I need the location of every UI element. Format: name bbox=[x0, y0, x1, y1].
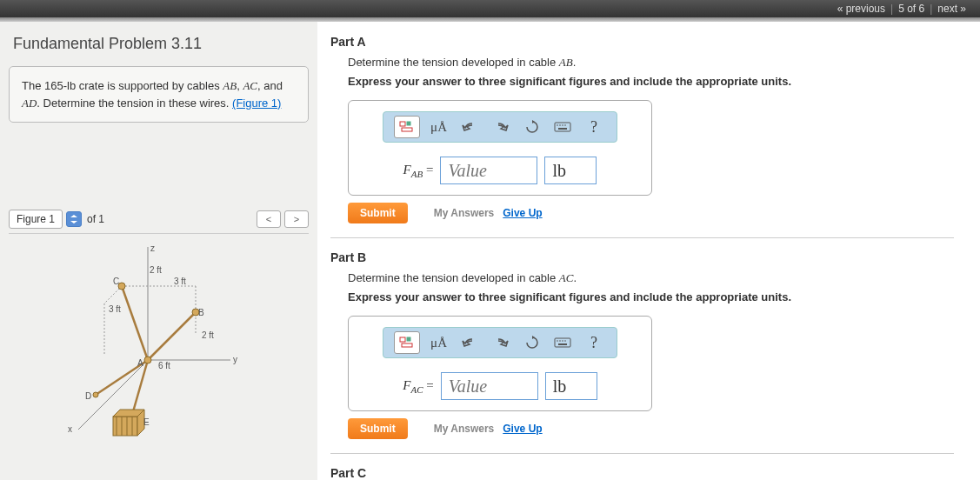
svg-rect-35 bbox=[555, 123, 570, 131]
figure-prev-button[interactable]: < bbox=[257, 210, 281, 228]
part-a-answer-box: μÅ ? FAB = lb bbox=[348, 100, 652, 196]
svg-point-48 bbox=[565, 340, 567, 342]
svg-line-7 bbox=[122, 286, 148, 360]
part-a-submit-button[interactable]: Submit bbox=[348, 203, 408, 223]
problem-text: The 165-lb crate is supported by cables bbox=[22, 79, 223, 92]
axis-y: y bbox=[233, 355, 237, 364]
svg-point-46 bbox=[560, 340, 562, 342]
svg-point-39 bbox=[565, 124, 567, 126]
svg-text:3 ft: 3 ft bbox=[109, 304, 121, 314]
svg-rect-33 bbox=[407, 122, 410, 125]
previous-link[interactable]: « previous bbox=[832, 3, 890, 15]
part-a-value-input[interactable] bbox=[440, 157, 537, 184]
divider bbox=[330, 237, 954, 238]
keyboard-icon[interactable] bbox=[550, 115, 575, 139]
svg-point-36 bbox=[557, 124, 559, 126]
special-chars-button[interactable]: μÅ bbox=[427, 115, 451, 139]
part-b-submit-button[interactable]: Submit bbox=[348, 418, 408, 439]
svg-point-45 bbox=[557, 340, 559, 342]
svg-point-47 bbox=[563, 340, 564, 342]
svg-rect-44 bbox=[555, 338, 570, 347]
part-b-instructions: Express your answer to three significant… bbox=[348, 290, 954, 303]
part-b-toolbar: μÅ ? bbox=[383, 327, 617, 358]
reset-icon[interactable] bbox=[520, 330, 544, 355]
svg-point-37 bbox=[560, 124, 562, 126]
part-b-give-up-link[interactable]: Give Up bbox=[503, 423, 542, 435]
part-b-desc: Determine the tension developed in cable… bbox=[348, 271, 954, 285]
svg-rect-49 bbox=[558, 343, 567, 345]
svg-point-38 bbox=[563, 124, 564, 126]
axis-x: x bbox=[68, 424, 72, 434]
svg-rect-43 bbox=[402, 343, 412, 347]
divider bbox=[330, 453, 954, 454]
part-a-desc: Determine the tension developed in cable… bbox=[348, 56, 954, 70]
part-b-title: Part B bbox=[330, 250, 954, 264]
svg-text:E: E bbox=[143, 417, 150, 427]
redo-icon[interactable] bbox=[489, 115, 513, 139]
position-label: 5 of 6 bbox=[893, 3, 930, 15]
part-a-var-label: FAB = bbox=[403, 163, 434, 179]
parts-panel: Part A Determine the tension developed i… bbox=[317, 22, 980, 480]
svg-point-14 bbox=[93, 392, 98, 397]
top-nav-bar: « previous | 5 of 6 | next » bbox=[0, 0, 980, 17]
svg-text:D: D bbox=[85, 391, 91, 401]
part-a-my-answers-link[interactable]: My Answers bbox=[434, 207, 495, 219]
svg-rect-41 bbox=[400, 337, 405, 342]
svg-rect-32 bbox=[400, 122, 405, 126]
part-a-instructions: Express your answer to three significant… bbox=[348, 75, 954, 88]
help-icon[interactable]: ? bbox=[582, 330, 606, 355]
svg-text:6 ft: 6 ft bbox=[158, 361, 170, 370]
svg-text:3 ft: 3 ft bbox=[174, 277, 186, 286]
axis-z: z bbox=[150, 243, 155, 253]
cable-ab: AB bbox=[223, 79, 237, 92]
figure-count: of 1 bbox=[87, 213, 104, 225]
problem-sidebar: Fundamental Problem 3.11 The 165-lb crat… bbox=[0, 22, 317, 480]
redo-icon[interactable] bbox=[489, 330, 513, 355]
figure-next-button[interactable]: > bbox=[284, 210, 309, 228]
svg-point-11 bbox=[144, 357, 151, 363]
part-a-unit-input[interactable]: lb bbox=[544, 157, 597, 184]
undo-icon[interactable] bbox=[457, 330, 482, 355]
figure-link[interactable]: (Figure 1) bbox=[232, 97, 281, 110]
cable-ac: AC bbox=[243, 79, 257, 92]
figure-tab[interactable]: Figure 1 bbox=[9, 210, 63, 229]
template-icon[interactable] bbox=[394, 116, 420, 138]
special-chars-button[interactable]: μÅ bbox=[427, 330, 451, 355]
svg-text:2 ft: 2 ft bbox=[150, 265, 162, 275]
svg-text:C: C bbox=[113, 277, 119, 286]
figure-image: z y x bbox=[9, 233, 309, 459]
figure-select-dropdown[interactable] bbox=[66, 211, 82, 227]
svg-rect-34 bbox=[402, 128, 412, 131]
problem-title: Fundamental Problem 3.11 bbox=[0, 26, 317, 62]
part-a-give-up-link[interactable]: Give Up bbox=[503, 207, 542, 219]
part-b-answer-box: μÅ ? FAC = lb bbox=[348, 316, 652, 411]
problem-statement: The 165-lb crate is supported by cables … bbox=[9, 66, 309, 123]
help-icon[interactable]: ? bbox=[582, 115, 606, 139]
svg-text:B: B bbox=[198, 308, 204, 317]
reset-icon[interactable] bbox=[520, 115, 544, 139]
part-b-my-answers-link[interactable]: My Answers bbox=[434, 423, 495, 435]
figure-toolbar: Figure 1 of 1 < > bbox=[9, 210, 309, 229]
template-icon[interactable] bbox=[394, 331, 420, 354]
part-b-var-label: FAC = bbox=[403, 378, 433, 395]
part-b-value-input[interactable] bbox=[441, 372, 538, 400]
svg-line-8 bbox=[148, 312, 196, 360]
svg-rect-40 bbox=[558, 128, 567, 130]
next-link[interactable]: next » bbox=[932, 3, 971, 15]
svg-rect-42 bbox=[407, 337, 410, 341]
keyboard-icon[interactable] bbox=[550, 330, 575, 355]
part-a-title: Part A bbox=[330, 35, 954, 49]
svg-text:A: A bbox=[137, 358, 143, 368]
part-b-unit-input[interactable]: lb bbox=[545, 372, 597, 400]
part-a-toolbar: μÅ ? bbox=[383, 111, 617, 143]
svg-text:2 ft: 2 ft bbox=[202, 330, 214, 340]
cable-ad: AD bbox=[22, 97, 37, 110]
part-c-title: Part C bbox=[330, 466, 954, 480]
undo-icon[interactable] bbox=[457, 115, 482, 139]
